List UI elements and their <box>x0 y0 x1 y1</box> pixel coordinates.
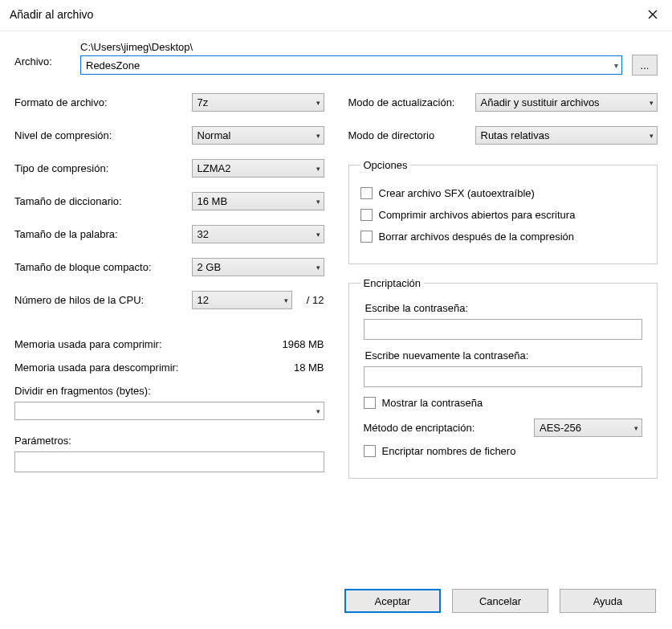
chevron-down-icon: ▾ <box>316 231 320 239</box>
mem-compress-value: 1968 MB <box>282 338 324 350</box>
help-label: Ayuda <box>593 595 623 607</box>
dict-select[interactable]: 16 MB ▾ <box>192 192 324 210</box>
sfx-label: Crear archivo SFX (autoextraíble) <box>379 187 535 199</box>
password2-input[interactable] <box>364 366 643 387</box>
encryption-legend: Encriptación <box>360 277 425 289</box>
enc-method-value: AES-256 <box>540 422 581 434</box>
ctype-value: LZMA2 <box>198 162 231 174</box>
params-input[interactable] <box>14 451 324 472</box>
browse-button[interactable]: ... <box>632 55 658 76</box>
password2-label: Escribe nuevamente la contraseña: <box>365 349 646 361</box>
level-label: Nivel de compresión: <box>14 129 192 141</box>
ctype-label: Tipo de compresión: <box>14 162 192 174</box>
format-label: Formato de archivo: <box>14 96 192 108</box>
archive-name-combo[interactable]: RedesZone ▾ <box>80 55 622 75</box>
chevron-down-icon: ▾ <box>634 424 638 432</box>
archive-path: C:\Users\jimeg\Desktop\ <box>80 41 658 53</box>
enc-method-select[interactable]: AES-256 ▾ <box>534 419 642 437</box>
word-label: Tamaño de la palabra: <box>14 228 192 240</box>
deleteafter-checkbox[interactable] <box>360 231 373 243</box>
openfiles-label: Comprimir archivos abiertos para escritu… <box>379 209 576 221</box>
ok-label: Aceptar <box>375 595 411 607</box>
chevron-down-icon: ▾ <box>316 132 320 140</box>
level-value: Normal <box>198 129 231 141</box>
mem-decompress-label: Memoria usada para descomprimir: <box>14 361 178 374</box>
threads-value: 12 <box>198 294 209 306</box>
chevron-down-icon: ▾ <box>316 198 320 206</box>
word-select[interactable]: 32 ▾ <box>192 225 324 243</box>
dir-mode-select[interactable]: Rutas relativas ▾ <box>475 126 658 145</box>
params-label: Parámetros: <box>14 435 324 447</box>
options-legend: Opciones <box>360 159 411 171</box>
sfx-checkbox[interactable] <box>360 187 373 199</box>
close-icon[interactable] <box>643 5 662 24</box>
block-label: Tamaño de bloque compacto: <box>14 261 192 273</box>
ctype-select[interactable]: LZMA2 ▾ <box>192 159 324 178</box>
chevron-down-icon: ▾ <box>316 407 320 415</box>
archive-name-value: RedesZone <box>86 59 140 71</box>
split-combo[interactable]: ▾ <box>14 402 324 420</box>
dict-value: 16 MB <box>198 195 228 207</box>
threads-select[interactable]: 12 ▾ <box>192 291 292 309</box>
update-mode-label: Modo de actualización: <box>348 96 469 108</box>
threads-max: / 12 <box>292 294 324 306</box>
dir-mode-label: Modo de directorio <box>348 129 469 141</box>
threads-label: Número de hilos de la CPU: <box>14 294 192 306</box>
options-group: Opciones Crear archivo SFX (autoextraíbl… <box>348 159 658 264</box>
encryptnames-checkbox[interactable] <box>364 445 376 457</box>
archive-label: Archivo: <box>14 41 66 67</box>
encryption-group: Encriptación Escribe la contraseña: Escr… <box>348 277 658 479</box>
chevron-down-icon: ▾ <box>650 132 654 140</box>
showpassword-checkbox[interactable] <box>364 397 376 409</box>
update-mode-select[interactable]: Añadir y sustituir archivos ▾ <box>475 93 658 112</box>
password1-label: Escribe la contraseña: <box>365 302 646 314</box>
block-value: 2 GB <box>198 261 222 273</box>
chevron-down-icon: ▾ <box>614 61 618 70</box>
encryptnames-label: Encriptar nombres de fichero <box>382 445 516 457</box>
chevron-down-icon: ▾ <box>316 263 320 272</box>
browse-label: ... <box>641 59 650 71</box>
cancel-button[interactable]: Cancelar <box>452 589 548 613</box>
chevron-down-icon: ▾ <box>650 99 654 107</box>
split-label: Dividir en fragmentos (bytes): <box>14 385 324 397</box>
format-select[interactable]: 7z ▾ <box>192 93 324 112</box>
cancel-label: Cancelar <box>479 595 521 607</box>
mem-decompress-value: 18 MB <box>294 361 324 374</box>
help-button[interactable]: Ayuda <box>560 589 656 613</box>
chevron-down-icon: ▾ <box>284 296 288 304</box>
dict-label: Tamaño de diccionario: <box>14 195 192 207</box>
ok-button[interactable]: Aceptar <box>344 589 441 613</box>
chevron-down-icon: ▾ <box>316 165 320 173</box>
showpassword-label: Mostrar la contraseña <box>382 397 483 409</box>
dir-mode-value: Rutas relativas <box>481 129 550 141</box>
window-title: Añadir al archivo <box>10 8 93 21</box>
chevron-down-icon: ▾ <box>316 99 320 107</box>
mem-compress-label: Memoria usada para comprimir: <box>14 338 162 350</box>
level-select[interactable]: Normal ▾ <box>192 126 324 145</box>
enc-method-label: Método de encriptación: <box>364 422 527 434</box>
deleteafter-label: Borrar archivos después de la compresión <box>379 231 575 243</box>
format-value: 7z <box>198 96 209 108</box>
openfiles-checkbox[interactable] <box>360 209 373 221</box>
password1-input[interactable] <box>364 319 643 340</box>
update-mode-value: Añadir y sustituir archivos <box>481 96 600 108</box>
word-value: 32 <box>198 228 209 240</box>
block-select[interactable]: 2 GB ▾ <box>192 258 324 276</box>
